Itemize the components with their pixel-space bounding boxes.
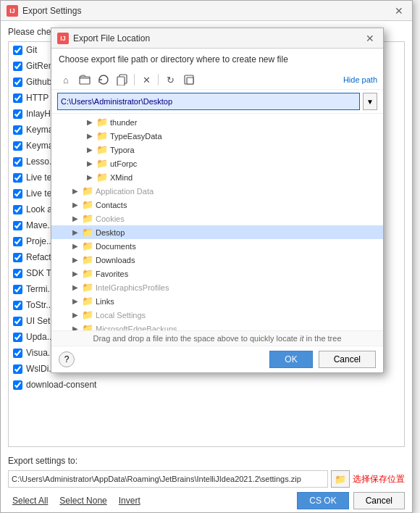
hide-path-link[interactable]: Hide path: [343, 75, 377, 84]
checkbox-livet2[interactable]: [13, 189, 22, 199]
tree-item[interactable]: ▶📁Links: [51, 294, 383, 308]
folder-icon: 📁: [82, 268, 93, 279]
chinese-annotation: 选择保存位置: [353, 473, 405, 485]
checkbox-http[interactable]: [13, 93, 22, 103]
tree-item-label: Favorites: [96, 270, 128, 278]
path-dropdown-button[interactable]: ▼: [363, 93, 377, 110]
folder-icon: 📁: [82, 323, 93, 330]
tree-item[interactable]: ▶📁Desktop: [51, 225, 383, 239]
tree-arrow: ▶: [71, 187, 80, 195]
tree-item[interactable]: ▶📁MicrosoftEdgeBackups: [51, 322, 383, 330]
checkbox-git[interactable]: [13, 46, 22, 55]
path-input[interactable]: [57, 93, 360, 110]
tree-item[interactable]: ▶📁IntelGraphicsProfiles: [51, 280, 383, 294]
tree-arrow: ▶: [71, 325, 80, 330]
checkbox-keyma2[interactable]: [13, 141, 22, 151]
new-folder-button[interactable]: [76, 72, 93, 88]
refresh-button[interactable]: [95, 72, 112, 88]
ok-button[interactable]: CS OK: [297, 492, 348, 509]
tree-item[interactable]: ▶📁utForpc: [51, 157, 383, 170]
tree-arrow: ▶: [71, 256, 80, 264]
svg-rect-4: [187, 78, 193, 84]
folder-icon: 📁: [96, 117, 108, 128]
file-tree[interactable]: ▶📁thunder▶📁TypeEasyData▶📁Typora▶📁utForpc…: [51, 113, 383, 330]
tree-item-label: XMind: [110, 173, 133, 182]
checkbox-inlayh[interactable]: [13, 109, 22, 119]
select-none-button[interactable]: Select None: [55, 493, 111, 509]
tree-item[interactable]: ▶📁Documents: [51, 239, 383, 253]
tree-arrow: ▶: [71, 297, 80, 305]
dialog-bottom: ? OK Cancel: [51, 346, 383, 372]
sync-button[interactable]: ↻: [161, 72, 179, 88]
checkbox-lesso[interactable]: [13, 157, 22, 167]
tree-arrow: ▶: [71, 270, 80, 278]
main-close-button[interactable]: ✕: [392, 4, 406, 18]
export-path-section: Export settings to:: [1, 453, 412, 469]
tree-item-label: IntelGraphicsProfiles: [96, 283, 169, 292]
tree-item-label: MicrosoftEdgeBackups: [96, 325, 177, 331]
invert-button[interactable]: Invert: [114, 493, 145, 509]
folder-icon: 📁: [82, 227, 93, 238]
copy-button[interactable]: [180, 72, 198, 88]
checkbox-livet1[interactable]: [13, 173, 22, 183]
dialog-ok-button[interactable]: OK: [269, 351, 312, 368]
tree-item[interactable]: ▶📁XMind: [51, 170, 383, 184]
checkbox-termi[interactable]: [13, 285, 22, 294]
checkbox-visua[interactable]: [13, 349, 22, 358]
tree-item[interactable]: ▶📁Downloads: [51, 253, 383, 267]
folder-icon: 📁: [82, 309, 93, 320]
checkbox-sdkt[interactable]: [13, 269, 22, 278]
tree-item-label: Typora: [110, 146, 135, 154]
checkbox-mave[interactable]: [13, 221, 22, 230]
browse-button[interactable]: 📁: [331, 470, 350, 488]
checkbox-proje[interactable]: [13, 237, 22, 246]
tree-item[interactable]: ▶📁Local Settings: [51, 308, 383, 322]
checkbox-upda[interactable]: [13, 333, 22, 342]
tree-item-label: utForpc: [110, 159, 137, 168]
checkbox-look[interactable]: [13, 205, 22, 214]
drag-hint: Drag and drop a file into the space abov…: [51, 330, 383, 346]
tree-arrow: ▶: [71, 228, 80, 236]
export-path-input[interactable]: [8, 470, 328, 488]
checkbox-downloadconsent[interactable]: [13, 380, 22, 390]
tree-item[interactable]: ▶📁thunder: [51, 115, 383, 129]
checkbox-github[interactable]: [13, 78, 22, 87]
tree-item[interactable]: ▶📁Favorites: [51, 267, 383, 280]
tree-arrow: ▶: [71, 201, 80, 209]
tree-item[interactable]: ▶📁Application Data: [51, 184, 383, 198]
checkbox-wsldi[interactable]: [13, 364, 22, 374]
copy-path-button[interactable]: [114, 72, 131, 88]
home-button[interactable]: ⌂: [57, 72, 75, 88]
toolbar-separator-2: [158, 74, 159, 86]
tree-item[interactable]: ▶📁Contacts: [51, 198, 383, 212]
main-title-bar: IJ Export Settings ✕: [1, 1, 412, 21]
check-item-downloadconsent[interactable]: download-consent: [9, 377, 404, 393]
dialog-close-button[interactable]: ✕: [363, 31, 377, 46]
folder-icon: 📁: [82, 282, 93, 293]
tree-item[interactable]: ▶📁TypeEasyData: [51, 129, 383, 143]
delete-button[interactable]: ✕: [138, 72, 155, 88]
checkbox-keyma1[interactable]: [13, 125, 22, 135]
dialog-cancel-button[interactable]: Cancel: [319, 351, 376, 368]
cancel-button[interactable]: Cancel: [353, 492, 405, 509]
checkbox-refact[interactable]: [13, 253, 22, 262]
tree-item-label: Documents: [96, 242, 136, 251]
select-all-button[interactable]: Select All: [8, 493, 52, 509]
folder-icon: 📁: [96, 158, 108, 169]
folder-icon: 📁: [82, 241, 93, 251]
tree-item[interactable]: ▶📁Cookies: [51, 212, 383, 225]
tree-item-label: Contacts: [96, 201, 127, 209]
tree-item-label: Desktop: [96, 228, 125, 237]
checkbox-gitremote[interactable]: [13, 62, 22, 71]
tree-arrow: ▶: [85, 173, 94, 181]
tree-arrow: ▶: [71, 283, 80, 291]
bottom-buttons: Select All Select None Invert CS OK Canc…: [1, 489, 412, 512]
checkbox-uiset[interactable]: [13, 317, 22, 326]
tree-item[interactable]: ▶📁Typora: [51, 143, 383, 157]
folder-icon: 📁: [96, 172, 108, 183]
checkbox-tostr[interactable]: [13, 301, 22, 310]
main-window-title: Export Settings: [22, 6, 81, 16]
export-path-label: Export settings to:: [8, 456, 77, 466]
help-button[interactable]: ?: [59, 351, 75, 367]
tree-arrow: ▶: [85, 118, 94, 126]
